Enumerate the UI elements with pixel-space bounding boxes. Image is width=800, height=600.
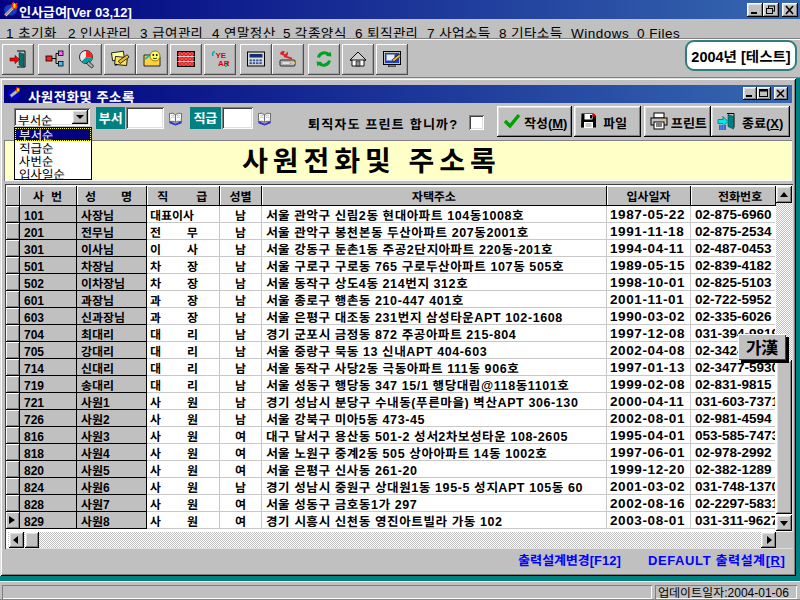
svg-text:AR: AR [218,59,230,68]
